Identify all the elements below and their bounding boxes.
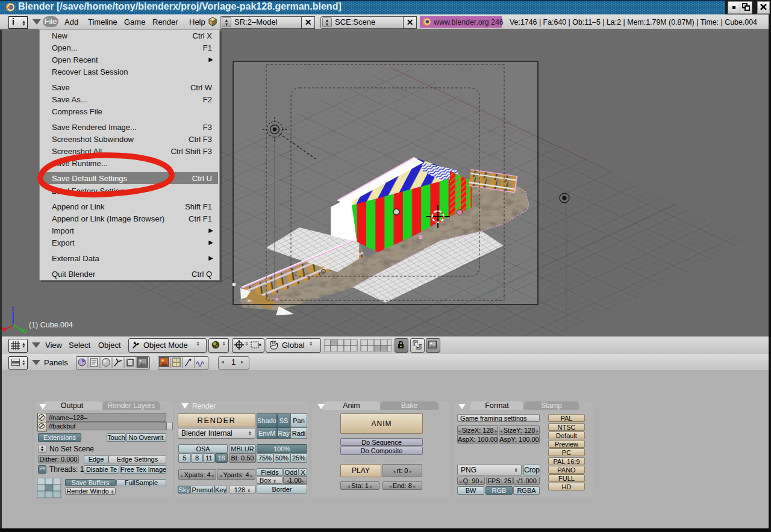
svg-text:y: y: [24, 327, 27, 334]
svg-text:z: z: [11, 305, 14, 312]
svg-text:(1) Cube.004: (1) Cube.004: [29, 321, 73, 329]
